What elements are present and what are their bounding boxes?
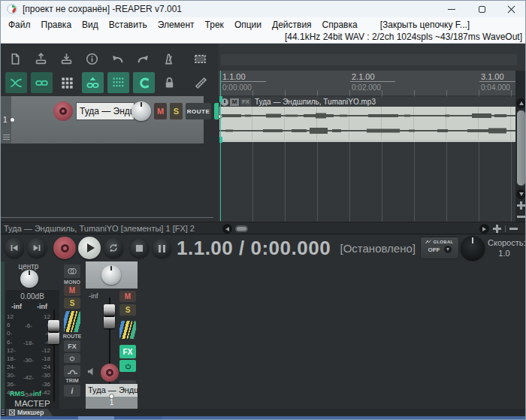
global-automation-button[interactable]: GLOBAL OFF [420, 237, 459, 259]
docker-edge [1, 261, 5, 409]
menu-item[interactable]: Действия [267, 20, 317, 30]
envelope-attach-icon[interactable] [82, 72, 104, 93]
open-project-icon[interactable] [31, 49, 51, 69]
master-info-button[interactable]: i [64, 385, 80, 397]
media-item-header[interactable]: M FX Туда — Эндшпиль, TumaniYO.mp3 [219, 97, 515, 107]
maximize-button[interactable] [467, 1, 497, 17]
snap-magnet-icon[interactable] [133, 72, 155, 93]
menu-item[interactable]: Элемент [153, 20, 200, 30]
group-items-icon[interactable] [31, 72, 53, 93]
playrate-value[interactable]: 1.0 [488, 249, 521, 258]
save-project-icon[interactable] [56, 49, 77, 69]
crossfade-icon[interactable] [5, 72, 27, 93]
undo-icon[interactable] [107, 49, 128, 69]
go-to-start-button[interactable] [5, 238, 24, 258]
mixer-track-route-icon[interactable] [119, 321, 136, 339]
grid-icon[interactable] [107, 72, 129, 93]
playback-state: [Остановлено] [331, 242, 416, 255]
track-number: 1 [3, 116, 8, 124]
new-project-icon[interactable] [5, 49, 26, 69]
speaker-icon [87, 366, 97, 376]
menu-item[interactable]: Файл [3, 20, 36, 30]
global-dropdown-icon[interactable] [444, 246, 452, 253]
master-trim-button[interactable] [64, 365, 80, 377]
docker-close-icon[interactable] [9, 409, 15, 415]
transport-time-display[interactable]: 1.1.00 / 0:00.000 [177, 237, 331, 260]
track-panel-options-icon[interactable] [3, 133, 10, 139]
arrange-view[interactable]: 1.1.000:00.0002.1.000:02.0003.1.000:04.0… [219, 44, 526, 222]
horizontal-zoom-out-button[interactable] [509, 228, 518, 230]
global-label: GLOBAL [433, 240, 453, 244]
menu-item[interactable]: [Закрыть цепочку F...] [375, 20, 476, 30]
loop-end-marker[interactable] [219, 137, 222, 143]
loop-start-marker[interactable] [219, 96, 222, 102]
master-fx-button[interactable]: FX [64, 340, 80, 352]
close-button[interactable] [497, 1, 526, 17]
vertical-scrollbar[interactable] [515, 71, 526, 222]
stop-button[interactable] [130, 239, 149, 258]
menu-item[interactable]: Вид [77, 20, 104, 30]
project-settings-icon[interactable] [82, 49, 102, 69]
track-mute-button[interactable]: M [154, 103, 167, 119]
waveform[interactable] [219, 107, 515, 140]
master-mute-button[interactable]: M [64, 285, 80, 296]
master-fx-bypass-button[interactable] [64, 353, 80, 363]
menu-item[interactable]: Правка [36, 20, 77, 30]
mixer-track-pan-knob[interactable] [101, 265, 121, 285]
lock-icon[interactable] [159, 72, 180, 93]
meter-scale-left: 1260-6-12-18-24-30-36-42- [7, 313, 16, 397]
edit-ruler-icon[interactable] [190, 72, 212, 93]
mixer-track-fader-handle[interactable] [104, 304, 115, 328]
mixer-track-strip[interactable]: -inf M S FX Туда — Эндш 1 [86, 261, 138, 409]
mixer-track-solo-button[interactable]: S [119, 304, 136, 316]
scroll-up-button[interactable] [516, 98, 526, 108]
record-button[interactable] [53, 237, 76, 259]
timeline-ruler[interactable]: 1.1.000:00.0002.1.000:02.0003.1.000:04.0… [219, 71, 515, 95]
redo-icon[interactable] [133, 49, 153, 69]
item-fx-button[interactable]: FX [240, 98, 251, 106]
mixer-docker-tab[interactable]: Микшер [6, 409, 53, 416]
mixer-track-record-arm[interactable] [101, 364, 119, 382]
mixer-track-header[interactable] [86, 261, 138, 289]
vertical-scrollbar-thumb[interactable] [517, 110, 525, 186]
metronome-icon[interactable] [159, 49, 179, 69]
vertical-zoom-in-button[interactable] [517, 201, 525, 210]
pause-button[interactable] [153, 239, 171, 258]
horizontal-zoom-in-button[interactable] [493, 225, 501, 233]
minimize-button[interactable] [437, 1, 467, 17]
record-arm-button[interactable] [53, 101, 73, 121]
mixer-track-mute-button[interactable]: M [119, 291, 136, 302]
track-dot [11, 118, 14, 122]
track-solo-button[interactable]: S [170, 103, 183, 119]
menu-item[interactable]: Опции [229, 20, 267, 30]
horizontal-scrollbar-thumb[interactable] [235, 225, 248, 232]
track-pan-knob[interactable] [132, 101, 151, 121]
track-panel[interactable]: 1 Туда — Эндшп M S ROUTE FX [1, 96, 204, 144]
ripple-edit-icon[interactable] [56, 72, 78, 93]
menu-item[interactable]: Трек [200, 20, 229, 30]
media-item[interactable]: M FX Туда — Эндшпиль, TumaniYO.mp3 [219, 97, 515, 142]
menu-item[interactable]: Справка [317, 20, 363, 30]
vertical-zoom-out-button[interactable] [517, 216, 525, 218]
scroll-right-button[interactable] [479, 224, 489, 234]
marquee-select-icon[interactable] [190, 49, 210, 69]
play-button[interactable] [78, 237, 101, 259]
mixer-track-fx-bypass-button[interactable] [119, 360, 136, 372]
master-pan-knob[interactable] [20, 270, 38, 288]
mixer-track-fx-button[interactable]: FX [119, 345, 136, 358]
go-to-end-button[interactable] [27, 238, 47, 258]
item-mute-button[interactable]: M [230, 98, 239, 106]
scroll-down-button[interactable] [516, 189, 526, 199]
menu-item[interactable]: Вставить [104, 20, 153, 30]
master-solo-button[interactable]: S [64, 298, 80, 309]
playrate-knob[interactable] [461, 236, 485, 260]
bottom-edge-highlight2 [162, 416, 526, 420]
track-route-button[interactable]: ROUTE [186, 103, 211, 119]
repeat-button[interactable] [104, 238, 123, 258]
scroll-left-button[interactable] [222, 224, 232, 234]
track-name-field[interactable]: Туда — Эндшп [76, 102, 135, 120]
master-route-icon[interactable] [64, 311, 80, 332]
master-fader-handle[interactable] [48, 320, 59, 344]
master-gain-readout[interactable]: 0.00dB [5, 290, 59, 301]
docker-grip[interactable] [2, 409, 5, 415]
